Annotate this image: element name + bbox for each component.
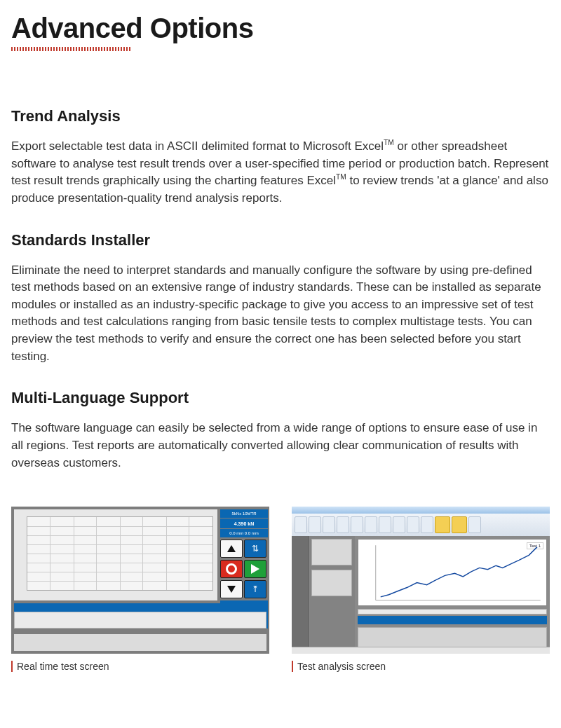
section-body-trend: Export selectable test data in ASCII del… [11, 138, 550, 207]
ribbon-button[interactable] [393, 516, 405, 533]
title-underline [11, 47, 130, 51]
analysis-status-bar [292, 647, 550, 654]
figure-caption: Real time test screen [11, 661, 269, 672]
ribbon-button[interactable] [337, 516, 349, 533]
analysis-titlebar [292, 507, 550, 514]
analysis-side-rail [292, 536, 309, 654]
start-button[interactable] [244, 560, 266, 578]
arrow-up-icon [227, 545, 236, 552]
realtime-footer-panel [14, 634, 266, 651]
analysis-screenshot: Test 1 [292, 507, 550, 654]
trademark-symbol: TM [384, 139, 394, 146]
ribbon-button[interactable] [323, 516, 335, 533]
section-heading-trend: Trend Analysis [11, 107, 550, 125]
figures-row: 5kNx 10MTR 4.390 kN 0.0 mm 0.0 mm ⇅ ⤒ 0.… [11, 507, 550, 672]
ribbon-button[interactable] [468, 516, 481, 533]
realtime-status-line: 5kNx 10MTR [220, 509, 268, 518]
ribbon-button[interactable] [379, 516, 391, 533]
reset-icon: ⇅ [252, 544, 259, 553]
ribbon-button[interactable] [295, 516, 307, 533]
section-body-multilanguage: The software language can easily be sele… [11, 420, 550, 472]
ribbon-button[interactable] [309, 516, 321, 533]
play-icon [251, 564, 259, 574]
section-body-standards: Eliminate the need to interpret standard… [11, 262, 550, 366]
arrow-down-icon [227, 586, 236, 593]
trademark-symbol: TM [336, 174, 346, 181]
realtime-chart [27, 516, 213, 591]
jog-up-button[interactable] [220, 540, 243, 558]
figure-caption: Test analysis screen [292, 661, 550, 672]
analysis-strip [358, 609, 547, 614]
jog-down-button[interactable] [220, 580, 243, 598]
section-heading-standards: Standards Installer [11, 231, 550, 249]
ribbon-button-highlight[interactable] [435, 516, 450, 533]
thumbnail[interactable] [311, 570, 352, 596]
reset-button[interactable]: ⇅ [244, 540, 266, 558]
analysis-selection-bar [358, 616, 547, 624]
text-segment: Export selectable test data in ASCII del… [11, 139, 384, 153]
analysis-thumbnails [309, 536, 355, 654]
figure-analysis: Test 1 Test analysis screen [292, 507, 550, 672]
stop-button[interactable] [220, 560, 243, 578]
ribbon-button[interactable] [421, 516, 433, 533]
realtime-status-line: 4.390 kN [220, 518, 268, 528]
ribbon-button[interactable] [351, 516, 363, 533]
realtime-info-bar [14, 603, 266, 612]
home-button[interactable]: ⤒ [244, 580, 266, 598]
thumbnail[interactable] [311, 539, 352, 565]
figure-realtime: 5kNx 10MTR 4.390 kN 0.0 mm 0.0 mm ⇅ ⤒ 0.… [11, 507, 269, 672]
section-heading-multilanguage: Multi-Language Support [11, 389, 550, 407]
analysis-line-plot [358, 540, 546, 609]
analysis-ribbon [292, 514, 550, 536]
realtime-results-grid [14, 612, 266, 629]
realtime-chart-panel [14, 509, 217, 600]
stop-icon [226, 563, 237, 575]
realtime-screenshot: 5kNx 10MTR 4.390 kN 0.0 mm 0.0 mm ⇅ ⤒ 0.… [11, 507, 269, 654]
analysis-chart: Test 1 [358, 539, 547, 606]
ribbon-button-highlight[interactable] [452, 516, 467, 533]
realtime-status-line: 0.0 mm 0.0 mm [220, 529, 268, 537]
ribbon-button[interactable] [365, 516, 377, 533]
home-icon: ⤒ [252, 585, 259, 593]
analysis-main: Test 1 [355, 536, 550, 654]
ribbon-button[interactable] [407, 516, 419, 533]
page-title: Advanced Options [11, 13, 550, 44]
